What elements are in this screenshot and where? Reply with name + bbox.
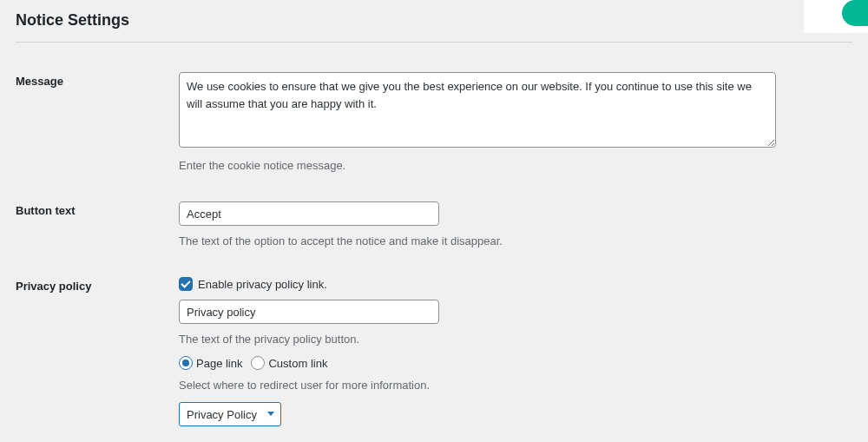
message-row: Message We use cookies to ensure that we… [16, 72, 852, 172]
page-select-wrap: Privacy Policy [179, 402, 281, 426]
privacy-button-text-description: The text of the privacy policy button. [179, 333, 852, 346]
privacy-button-text-wrap [179, 300, 852, 324]
section-title: Notice Settings [16, 11, 852, 36]
privacy-policy-field-wrap: Enable privacy policy link. The text of … [179, 277, 852, 442]
settings-page: Notice Settings Message We use cookies t… [0, 0, 868, 442]
button-text-description: The text of the option to accept the not… [179, 234, 852, 247]
message-field-wrap: We use cookies to ensure that we give yo… [179, 72, 852, 172]
custom-link-option[interactable]: Custom link [251, 356, 327, 370]
section-divider [16, 42, 852, 43]
button-text-label: Button text [16, 201, 179, 217]
enable-privacy-link-label: Enable privacy policy link. [198, 278, 327, 291]
message-textarea[interactable]: We use cookies to ensure that we give yo… [179, 72, 776, 148]
privacy-policy-row: Privacy policy Enable privacy policy lin… [16, 277, 852, 442]
privacy-button-text-input[interactable] [179, 300, 439, 324]
message-description: Enter the cookie notice message. [179, 159, 852, 172]
custom-link-radio[interactable] [251, 356, 265, 370]
message-label: Message [16, 72, 179, 88]
enable-privacy-link-line: Enable privacy policy link. [179, 277, 852, 291]
privacy-page-select[interactable]: Privacy Policy [179, 402, 281, 426]
enable-privacy-link-checkbox[interactable] [179, 277, 193, 291]
page-link-radio[interactable] [179, 356, 193, 370]
corner-badge [804, 0, 868, 33]
privacy-policy-label: Privacy policy [16, 277, 179, 293]
link-type-radio-group: Page link Custom link [179, 356, 852, 370]
button-text-row: Button text The text of the option to ac… [16, 201, 852, 247]
redirect-description: Select where to redirect user for more i… [179, 379, 852, 392]
page-link-option[interactable]: Page link [179, 356, 242, 370]
button-text-input[interactable] [179, 201, 439, 226]
page-link-label: Page link [196, 357, 242, 370]
custom-link-label: Custom link [268, 357, 327, 370]
button-text-field-wrap: The text of the option to accept the not… [179, 201, 852, 247]
